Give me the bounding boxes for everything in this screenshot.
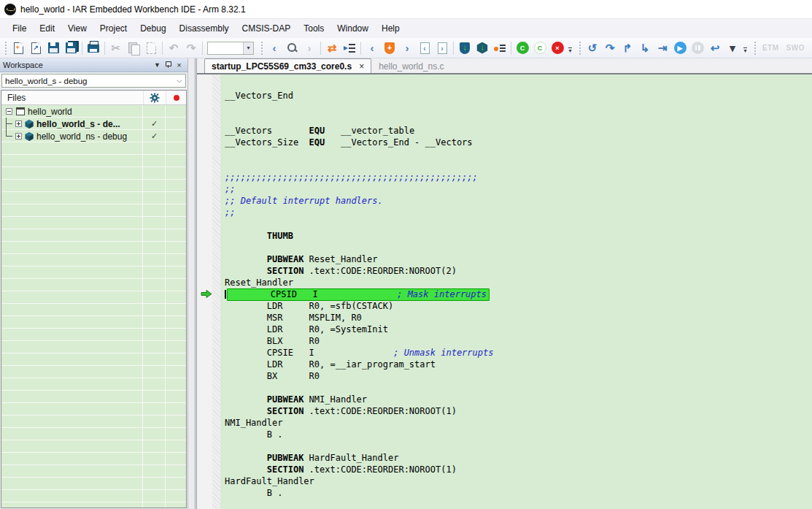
previous-bookmark-file-icon: ‹ — [420, 42, 430, 54]
toolbar-drag-handle[interactable] — [4, 41, 8, 56]
step-into-button[interactable]: ↳ — [636, 39, 654, 57]
find-button[interactable] — [283, 39, 301, 57]
editor-tab-startup-lpc55s69-cm33-core0-s[interactable]: startup_LPC55S69_cm33_core0.s× — [204, 58, 371, 73]
code-line: NMI_Handler — [221, 417, 812, 429]
code-line: __Vectors EQU __vector_table — [221, 125, 812, 137]
reset-button[interactable]: ↺ — [584, 39, 601, 57]
code-editor[interactable]: __Vectors_End __Vectors EQU __vector_tab… — [221, 74, 812, 509]
compile-button[interactable]: C — [531, 39, 549, 57]
toolbar: +↗✂↶↷▾‹›⇄‹+›‹›↓↓CC×▾↺↷↱↳⇥▶↩▾▾ETMSWO+▾ — [0, 38, 812, 58]
save-icon — [48, 42, 59, 53]
download-and-debug-button[interactable]: ↓ — [456, 39, 473, 57]
toggle-source-disassembly-button[interactable]: ⇄ — [323, 39, 341, 57]
stop-build-button[interactable]: × — [549, 39, 566, 57]
previous-bookmark-file-button[interactable]: ‹ — [416, 39, 433, 57]
menu-bar: FileEditViewProjectDebugDisassemblyCMSIS… — [0, 19, 812, 38]
tree-item-hello-world-s-de[interactable]: hello_world_s - de...✓ — [1, 118, 186, 130]
menu-window[interactable]: Window — [330, 20, 375, 37]
menu-file[interactable]: File — [6, 20, 33, 37]
next-bookmark-file-icon: › — [438, 42, 447, 54]
tree-connector — [4, 130, 13, 142]
next-bookmark-button[interactable]: › — [398, 39, 416, 57]
debug-menu-dropdown-icon: ▾ — [730, 42, 735, 53]
print-button[interactable] — [85, 39, 102, 57]
project-cube-icon — [25, 120, 34, 129]
navigate-forward-button: › — [301, 39, 318, 57]
panel-splitter[interactable] — [188, 58, 197, 509]
menu-view[interactable]: View — [61, 20, 93, 37]
go-icon: ▶ — [674, 42, 687, 54]
chevron-down-icon[interactable]: ▾ — [243, 42, 253, 54]
gear-icon — [150, 93, 160, 103]
debug-without-downloading-button[interactable]: ↓ — [473, 39, 491, 57]
editor-tab-hello-world-ns-c[interactable]: hello_world_ns.c — [371, 58, 451, 73]
tree-item-hello-world-ns-debug[interactable]: hello_world_ns - debug✓ — [1, 130, 186, 142]
toggle-source-disassembly-icon: ⇄ — [328, 42, 337, 53]
code-line: ;; Default interrupt handlers. — [221, 195, 812, 207]
next-bookmark-file-button[interactable]: › — [433, 39, 451, 57]
save-button[interactable] — [45, 39, 62, 57]
toolbar-drag-handle[interactable] — [579, 41, 582, 56]
project-cube-icon — [25, 132, 34, 141]
toolbar-overflow-button[interactable]: ▾ — [741, 41, 749, 56]
code-line: THUMB — [221, 230, 812, 242]
debug-menu-dropdown-button[interactable]: ▾ — [724, 39, 741, 57]
code-line — [221, 382, 812, 394]
step-out-icon: ↱ — [623, 42, 633, 53]
menu-project[interactable]: Project — [93, 20, 134, 37]
step-out-button[interactable]: ↱ — [619, 39, 636, 57]
toggle-bookmark-button[interactable]: + — [381, 39, 398, 57]
tree-item-label: hello_world — [28, 107, 72, 117]
edit-breakpoints-button[interactable] — [491, 39, 509, 57]
toolbar-drag-handle[interactable] — [754, 41, 757, 56]
break-icon — [692, 42, 704, 54]
menu-edit[interactable]: Edit — [33, 20, 61, 37]
stop-debugging-button[interactable]: ↩ — [706, 39, 724, 57]
break-button — [689, 39, 706, 57]
tab-close-icon[interactable]: × — [359, 61, 364, 72]
menu-help[interactable]: Help — [375, 20, 406, 37]
new-document-button[interactable]: + — [9, 39, 27, 57]
toolbar-overflow-button[interactable]: ▾ — [566, 41, 574, 56]
code-line: LDR R0, =__iar_program_start — [221, 359, 812, 370]
text-caret — [225, 290, 226, 299]
expand-icon[interactable] — [15, 120, 22, 127]
collapse-icon[interactable] — [6, 108, 12, 115]
build-configuration-value: hello_world_s - debug — [2, 77, 174, 85]
step-over-icon: ↷ — [606, 42, 615, 53]
go-button[interactable]: ▶ — [671, 39, 689, 57]
menu-cmsis-dap[interactable]: CMSIS-DAP — [236, 20, 298, 37]
execution-highlight: CPSID I ; Mask interrupts — [227, 288, 490, 301]
breakpoint-gutter[interactable] — [197, 74, 221, 509]
code-line: PUBWEAK NMI_Handler — [221, 394, 812, 405]
menu-disassembly[interactable]: Disassembly — [173, 20, 236, 37]
current-execution-line: CPSID I ; Mask interrupts — [221, 288, 812, 300]
build-configuration-select[interactable]: hello_world_s - debug ⌵ — [1, 74, 186, 88]
panel-menu-dropdown-icon[interactable]: ▼ — [152, 61, 163, 69]
menu-debug[interactable]: Debug — [134, 20, 172, 37]
panel-pin-icon[interactable] — [163, 61, 174, 69]
go-to-list-button[interactable] — [341, 39, 358, 57]
toolbar-drag-handle[interactable] — [260, 41, 264, 56]
toolbar-search-combobox[interactable]: ▾ — [207, 42, 254, 55]
save-all-button[interactable] — [62, 39, 80, 57]
open-document-button[interactable]: ↗ — [27, 39, 45, 57]
run-to-cursor-button[interactable]: ⇥ — [654, 39, 671, 57]
go-to-list-icon — [344, 44, 355, 53]
make-icon: C — [517, 42, 529, 54]
expand-icon[interactable] — [15, 133, 22, 139]
make-button[interactable]: C — [514, 39, 531, 57]
menu-tools[interactable]: Tools — [297, 20, 330, 37]
code-line — [221, 148, 812, 160]
tree-item-hello-world[interactable]: hello_world — [1, 105, 186, 118]
navigate-backward-button[interactable]: ‹ — [266, 39, 283, 57]
code-line: PUBWEAK HardFault_Handler — [221, 452, 812, 464]
build-checkmark-icon: ✓ — [143, 131, 166, 141]
previous-bookmark-button[interactable]: ‹ — [363, 39, 381, 57]
code-line: LDR R0, =sfb(CSTACK) — [221, 300, 812, 312]
panel-close-icon[interactable]: × — [174, 61, 185, 69]
cut-button: ✂ — [107, 39, 125, 57]
tab-label: hello_world_ns.c — [379, 61, 444, 72]
chevron-down-icon: ⌵ — [174, 77, 185, 85]
step-over-button[interactable]: ↷ — [601, 39, 619, 57]
